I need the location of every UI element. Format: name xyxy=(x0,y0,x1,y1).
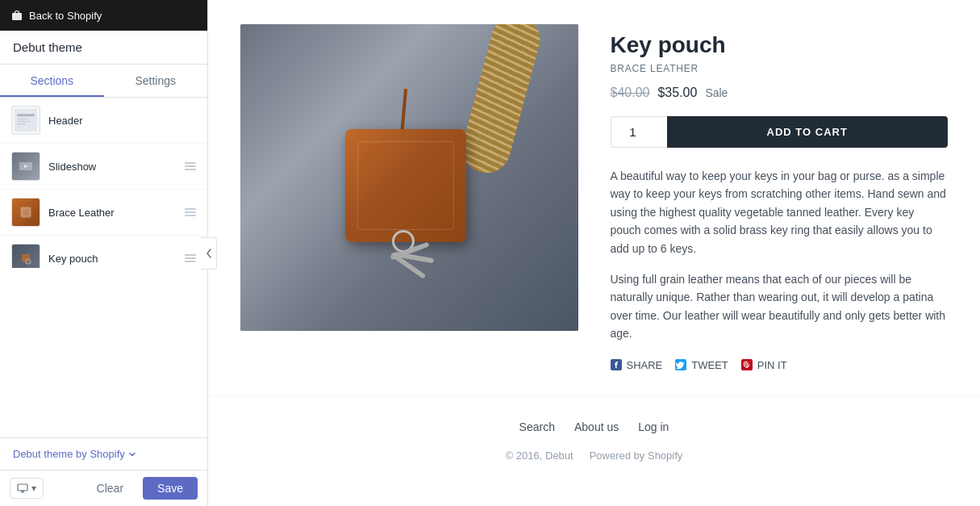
chevron-left-icon xyxy=(206,249,212,258)
section-label-slideshow: Slideshow xyxy=(48,161,177,173)
device-chevron: ▾ xyxy=(31,483,36,494)
footer-nav-search[interactable]: Search xyxy=(519,420,555,433)
social-row: SHARE TWEET PIN IT xyxy=(611,359,949,371)
product-image-area xyxy=(240,24,578,371)
twitter-icon xyxy=(675,359,686,370)
section-item-header[interactable]: Header xyxy=(0,98,207,144)
section-item-slideshow[interactable]: Slideshow xyxy=(0,144,207,190)
price-sale: $35.00 xyxy=(657,86,697,100)
add-to-cart-button[interactable]: ADD TO CART xyxy=(667,116,949,148)
leather-pouch-decoration xyxy=(345,129,466,242)
main-content: Key pouch BRACE LEATHER $40.00 $35.00 Sa… xyxy=(208,0,980,506)
product-price: $40.00 $35.00 Sale xyxy=(611,86,949,100)
section-thumb-slideshow xyxy=(11,152,40,181)
share-label: SHARE xyxy=(627,359,663,371)
section-item-brace-leather[interactable]: Brace Leather xyxy=(0,190,207,236)
panel-toggle-button[interactable] xyxy=(201,237,217,270)
pin-button[interactable]: PIN IT xyxy=(741,359,787,371)
svg-rect-5 xyxy=(17,123,26,125)
section-item-key-pouch[interactable]: Key pouch xyxy=(0,236,207,268)
copyright-text: © 2016, Debut xyxy=(506,450,573,462)
product-description-2: Using full grain leather means that each… xyxy=(611,270,949,343)
pin-label: PIN IT xyxy=(757,359,787,371)
svg-rect-2 xyxy=(17,114,35,116)
section-thumb-header xyxy=(11,106,40,135)
left-panel: Back to Shopify Debut theme Sections Set… xyxy=(0,0,208,506)
quantity-cart-row: ADD TO CART xyxy=(611,116,949,148)
svg-rect-18 xyxy=(18,484,27,491)
quantity-input[interactable] xyxy=(611,116,667,148)
tabs-bar: Sections Settings xyxy=(0,65,207,98)
back-to-shopify-button[interactable]: Back to Shopify xyxy=(0,0,207,31)
bottom-bar: ▾ Clear Save xyxy=(0,470,207,506)
tab-settings[interactable]: Settings xyxy=(104,65,208,97)
section-thumb-key-pouch xyxy=(11,244,40,268)
svg-rect-1 xyxy=(15,109,37,132)
product-description-1: A beautiful way to keep your keys in you… xyxy=(611,167,949,257)
svg-rect-9 xyxy=(22,208,30,216)
device-selector-button[interactable]: ▾ xyxy=(10,478,44,499)
tab-sections[interactable]: Sections xyxy=(0,65,104,97)
sections-list: Header Slideshow Brace Le xyxy=(0,98,207,268)
drag-handle-key-pouch[interactable] xyxy=(185,254,196,262)
share-button[interactable]: SHARE xyxy=(611,359,663,371)
svg-rect-4 xyxy=(17,121,31,123)
facebook-icon xyxy=(611,359,622,370)
footer-nav-about[interactable]: About us xyxy=(574,420,619,433)
chevron-down-icon xyxy=(128,450,136,458)
desktop-icon xyxy=(17,483,28,494)
back-label: Back to Shopify xyxy=(29,10,102,22)
footer-copyright: © 2016, Debut Powered by Shopify xyxy=(240,450,948,462)
price-sale-badge: Sale xyxy=(705,86,728,99)
pinterest-icon xyxy=(741,359,753,370)
product-page: Key pouch BRACE LEATHER $40.00 $35.00 Sa… xyxy=(208,0,980,486)
footer-nav-login[interactable]: Log in xyxy=(638,420,669,433)
product-vendor: BRACE LEATHER xyxy=(611,63,949,74)
site-footer: Search About us Log in © 2016, Debut Pow… xyxy=(208,395,980,486)
powered-by: Powered by Shopify xyxy=(590,450,683,462)
drag-handle-brace-leather[interactable] xyxy=(185,208,196,216)
theme-title: Debut theme xyxy=(0,31,207,65)
shopify-bag-icon xyxy=(11,10,23,21)
section-thumb-brace-leather xyxy=(11,198,40,227)
section-label-brace-leather: Brace Leather xyxy=(48,207,177,219)
tweet-label: TWEET xyxy=(691,359,728,371)
svg-rect-3 xyxy=(17,119,28,120)
product-main: Key pouch BRACE LEATHER $40.00 $35.00 Sa… xyxy=(208,0,980,395)
save-button[interactable]: Save xyxy=(143,477,198,500)
clear-button[interactable]: Clear xyxy=(84,477,136,500)
theme-branding[interactable]: Debut theme by Shopify xyxy=(0,437,207,470)
price-original: $40.00 xyxy=(611,86,650,100)
section-label-header: Header xyxy=(48,115,196,127)
svg-rect-0 xyxy=(12,13,22,20)
footer-nav: Search About us Log in xyxy=(240,420,948,433)
product-image xyxy=(240,24,578,331)
rope-decoration xyxy=(457,24,545,178)
drag-handle-slideshow[interactable] xyxy=(185,162,196,170)
product-title: Key pouch xyxy=(611,32,949,58)
theme-branding-label: Debut theme by Shopify xyxy=(13,448,125,460)
product-info: Key pouch BRACE LEATHER $40.00 $35.00 Sa… xyxy=(611,24,949,371)
section-label-key-pouch: Key pouch xyxy=(48,253,177,265)
spacer xyxy=(0,268,207,438)
product-image-background xyxy=(240,24,578,331)
tweet-button[interactable]: TWEET xyxy=(675,359,728,371)
